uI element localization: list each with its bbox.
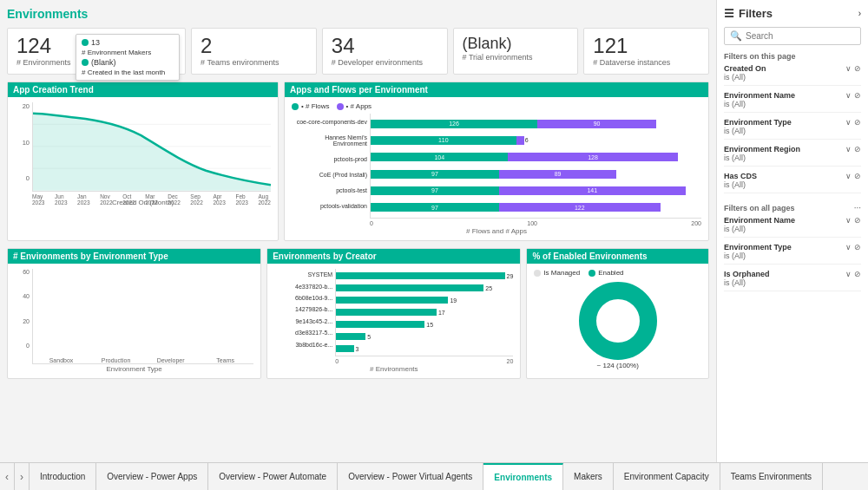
tab-makers[interactable]: Makers	[563, 463, 614, 490]
enabled-label: Enabled	[598, 269, 623, 277]
chevron-down-icon3[interactable]: ∨	[845, 118, 852, 127]
tab-introduction[interactable]: Introduction	[30, 463, 96, 490]
tab-nav-left[interactable]: ‹	[0, 463, 15, 490]
tab-env-capacity[interactable]: Environment Capacity	[614, 463, 720, 490]
search-icon: 🔍	[730, 30, 742, 42]
filter-panel: ☰ Filters › 🔍 Filters on this page Creat…	[716, 0, 868, 462]
tab-nav-right[interactable]: ›	[15, 463, 30, 490]
vbar-y0: 0	[26, 343, 30, 349]
filter-all-env-type-icons[interactable]: ∨ ⊘	[845, 243, 861, 252]
clear-icon4[interactable]: ⊘	[854, 145, 861, 154]
filter-header: ☰ Filters ›	[724, 7, 861, 20]
app-creation-trend-title: App Creation Trend	[8, 82, 278, 97]
creator-x20: 20	[507, 358, 514, 364]
filter-search-input[interactable]	[746, 31, 856, 41]
creator-label-3: 14279826-b...	[274, 306, 332, 312]
filter-env-type-val: is (All)	[724, 127, 792, 135]
env-by-creator-card: Environments by Creator SYSTEM 4e337820-…	[266, 248, 521, 379]
chevron-down-icon5[interactable]: ∨	[845, 172, 852, 180]
y-tick-0: 0	[26, 174, 30, 182]
tab-overview-pf[interactable]: Overview - Power Automate	[208, 463, 338, 490]
clear-icon2[interactable]: ⊘	[854, 91, 861, 100]
filter-created-on-icons[interactable]: ∨ ⊘	[845, 64, 861, 73]
apps-flows-title: Apps and Flows per Environment	[285, 82, 708, 97]
clear-icon7[interactable]: ⊘	[854, 243, 861, 252]
filter-env-type: Environment Type is (All) ∨ ⊘	[724, 118, 861, 140]
x-tick-jun: Jun2023	[55, 193, 67, 206]
filter-is-orphaned-icons[interactable]: ∨ ⊘	[845, 270, 861, 278]
charts-row1: App Creation Trend 20 10 0	[7, 82, 709, 241]
creator-label-2: 6b08e10d-9...	[274, 295, 332, 301]
creator-label-0: SYSTEM	[274, 271, 332, 278]
filter-all-env-name-icons[interactable]: ∨ ⊘	[845, 216, 861, 225]
tab-teams-env[interactable]: Teams Environments	[720, 463, 823, 490]
x-tick-nov: Nov2022	[100, 193, 112, 206]
page-title: Environments	[7, 7, 709, 21]
filter-all-env-name: Environment Name is (All) ∨ ⊘	[724, 216, 861, 238]
x-tick-feb: Feb2023	[235, 193, 247, 206]
chevron-down-icon[interactable]: ∨	[845, 64, 852, 73]
tab-bar: ‹ › Introduction Overview - Power Apps O…	[0, 462, 868, 490]
tab-overview-pva[interactable]: Overview - Power Virtual Agents	[338, 463, 483, 490]
hbar-row-4: 97 141	[371, 186, 701, 195]
all-pages-more-icon[interactable]: ···	[854, 203, 861, 212]
vbar-production: Production	[91, 356, 141, 363]
hbar-row-5: 97 122	[371, 203, 701, 212]
filter-icon: ☰	[724, 7, 734, 20]
creator-label-6: 3b8bd16c-e...	[274, 342, 332, 348]
filter-all-pages-section-title: Filters on all pages	[724, 204, 795, 212]
filter-env-name-val: is (All)	[724, 100, 795, 108]
kpi-row: 124 # Environments 13 # Environment Make…	[7, 28, 709, 75]
filter-env-region: Environment Region is (All) ∨ ⊘	[724, 145, 861, 167]
hbar-row-0: 126 90	[371, 120, 701, 128]
flows-legend-label: • # Flows	[301, 102, 330, 110]
is-managed-dot	[534, 270, 541, 277]
chevron-down-icon4[interactable]: ∨	[845, 145, 852, 154]
filter-env-region-icons[interactable]: ∨ ⊘	[845, 145, 861, 154]
env-type-x-label: Environment Type	[15, 365, 253, 373]
filter-env-type-icons[interactable]: ∨ ⊘	[845, 118, 861, 127]
chevron-down-icon7[interactable]: ∨	[845, 243, 852, 252]
tab-environments[interactable]: Environments	[483, 463, 563, 490]
clear-icon[interactable]: ⊘	[854, 64, 861, 73]
clear-icon6[interactable]: ⊘	[854, 216, 861, 225]
creator-x0: 0	[335, 358, 339, 364]
filter-has-cds-name: Has CDS	[724, 172, 757, 180]
clear-icon8[interactable]: ⊘	[854, 270, 861, 278]
kpi-environments: 124 # Environments 13 # Environment Make…	[7, 28, 186, 75]
hbar-label-2: pctools-prod	[292, 156, 367, 162]
app-creation-trend-card: App Creation Trend 20 10 0	[7, 82, 279, 241]
kpi-developer-value: 34	[332, 36, 438, 56]
hbar-row-3: 97 89	[371, 170, 701, 179]
filter-is-orphaned: Is Orphaned is (All) ∨ ⊘	[724, 270, 861, 291]
filter-search-box[interactable]: 🔍	[724, 27, 861, 45]
env-by-type-title: # Environments by Environment Type	[8, 249, 260, 264]
clear-icon5[interactable]: ⊘	[854, 172, 861, 180]
creator-row-6: 3	[336, 345, 513, 352]
hbar-row-2: 104 128	[371, 153, 701, 161]
x-tick-aug: Aug2022	[258, 193, 270, 206]
filter-chevron-icon[interactable]: ›	[858, 9, 861, 18]
filter-all-env-name-name: Environment Name	[724, 216, 795, 225]
chevron-down-icon2[interactable]: ∨	[845, 91, 852, 100]
is-managed-legend: Is Managed	[534, 269, 580, 277]
filter-created-on: Created On is (All) ∨ ⊘	[724, 64, 861, 86]
clear-icon3[interactable]: ⊘	[854, 118, 861, 127]
hbar-label-3: CoE (Prod Install)	[292, 172, 367, 178]
filter-env-region-name: Environment Region	[724, 145, 800, 154]
filter-env-name-icons[interactable]: ∨ ⊘	[845, 91, 861, 100]
x-tick-jan: Jan2023	[77, 193, 89, 206]
tooltip-dot1	[82, 39, 89, 46]
filter-has-cds-icons[interactable]: ∨ ⊘	[845, 172, 861, 180]
filter-all-env-type-val: is (All)	[724, 252, 792, 260]
line-chart-svg	[33, 102, 271, 191]
hbar-x0: 0	[370, 220, 373, 226]
filter-env-region-val: is (All)	[724, 154, 800, 162]
chevron-down-icon6[interactable]: ∨	[845, 216, 852, 225]
tooltip-dot2	[82, 59, 89, 66]
donut-label: ~ 124 (100%)	[597, 362, 639, 369]
chevron-down-icon8[interactable]: ∨	[845, 270, 852, 278]
apps-legend-label: • # Apps	[346, 102, 372, 110]
tab-overview-pa[interactable]: Overview - Power Apps	[96, 463, 208, 490]
hbar-row-1: 110 6	[371, 136, 701, 145]
